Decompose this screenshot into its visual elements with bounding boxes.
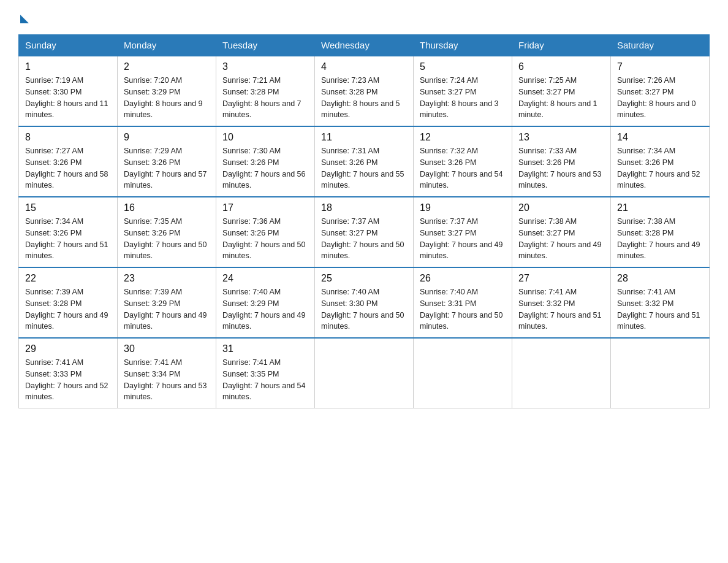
day-number: 24 (222, 273, 308, 284)
day-info: Sunrise: 7:37 AMSunset: 3:27 PMDaylight:… (420, 217, 503, 260)
day-info: Sunrise: 7:41 AMSunset: 3:35 PMDaylight:… (222, 358, 306, 401)
day-number: 21 (617, 202, 703, 213)
calendar-cell: 26 Sunrise: 7:40 AMSunset: 3:31 PMDaylig… (414, 267, 512, 338)
day-number: 27 (518, 273, 604, 284)
header-day-sunday: Sunday (19, 35, 118, 56)
calendar-cell (414, 338, 512, 408)
calendar-cell: 5 Sunrise: 7:24 AMSunset: 3:27 PMDayligh… (414, 56, 512, 126)
day-number: 11 (321, 132, 407, 143)
day-number: 15 (25, 202, 111, 213)
calendar-cell: 30 Sunrise: 7:41 AMSunset: 3:34 PMDaylig… (118, 338, 216, 408)
calendar-cell: 20 Sunrise: 7:38 AMSunset: 3:27 PMDaylig… (512, 197, 611, 267)
day-number: 5 (420, 61, 506, 72)
calendar-cell: 25 Sunrise: 7:40 AMSunset: 3:30 PMDaylig… (315, 267, 414, 338)
calendar-cell: 9 Sunrise: 7:29 AMSunset: 3:26 PMDayligh… (118, 126, 216, 197)
calendar-cell: 12 Sunrise: 7:32 AMSunset: 3:26 PMDaylig… (414, 126, 512, 197)
header-day-wednesday: Wednesday (315, 35, 414, 56)
day-info: Sunrise: 7:38 AMSunset: 3:28 PMDaylight:… (617, 217, 700, 260)
day-number: 17 (222, 202, 308, 213)
day-info: Sunrise: 7:29 AMSunset: 3:26 PMDaylight:… (124, 147, 207, 190)
day-info: Sunrise: 7:33 AMSunset: 3:26 PMDaylight:… (518, 147, 602, 190)
day-info: Sunrise: 7:40 AMSunset: 3:30 PMDaylight:… (321, 288, 404, 331)
calendar-cell: 19 Sunrise: 7:37 AMSunset: 3:27 PMDaylig… (414, 197, 512, 267)
day-number: 14 (617, 132, 703, 143)
day-info: Sunrise: 7:27 AMSunset: 3:26 PMDaylight:… (25, 147, 108, 190)
day-number: 31 (222, 343, 308, 354)
calendar-cell: 18 Sunrise: 7:37 AMSunset: 3:27 PMDaylig… (315, 197, 414, 267)
day-info: Sunrise: 7:34 AMSunset: 3:26 PMDaylight:… (617, 147, 700, 190)
calendar-cell: 24 Sunrise: 7:40 AMSunset: 3:29 PMDaylig… (216, 267, 315, 338)
calendar-cell: 8 Sunrise: 7:27 AMSunset: 3:26 PMDayligh… (19, 126, 118, 197)
day-info: Sunrise: 7:41 AMSunset: 3:32 PMDaylight:… (518, 288, 602, 331)
day-number: 12 (420, 132, 506, 143)
calendar-cell: 17 Sunrise: 7:36 AMSunset: 3:26 PMDaylig… (216, 197, 315, 267)
day-info: Sunrise: 7:19 AMSunset: 3:30 PMDaylight:… (25, 76, 108, 119)
day-info: Sunrise: 7:41 AMSunset: 3:32 PMDaylight:… (617, 288, 700, 331)
calendar-cell: 22 Sunrise: 7:39 AMSunset: 3:28 PMDaylig… (19, 267, 118, 338)
day-number: 13 (518, 132, 604, 143)
calendar-cell: 10 Sunrise: 7:30 AMSunset: 3:26 PMDaylig… (216, 126, 315, 197)
day-info: Sunrise: 7:26 AMSunset: 3:27 PMDaylight:… (617, 76, 696, 119)
day-number: 7 (617, 61, 703, 72)
day-number: 2 (124, 61, 210, 72)
day-info: Sunrise: 7:30 AMSunset: 3:26 PMDaylight:… (222, 147, 306, 190)
day-number: 22 (25, 273, 111, 284)
logo-triangle-icon (20, 15, 29, 23)
day-info: Sunrise: 7:21 AMSunset: 3:28 PMDaylight:… (222, 76, 301, 119)
calendar-cell: 3 Sunrise: 7:21 AMSunset: 3:28 PMDayligh… (216, 56, 315, 126)
calendar-cell: 31 Sunrise: 7:41 AMSunset: 3:35 PMDaylig… (216, 338, 315, 408)
header-day-thursday: Thursday (414, 35, 512, 56)
day-number: 23 (124, 273, 210, 284)
header-row: SundayMondayTuesdayWednesdayThursdayFrid… (19, 35, 710, 56)
calendar-cell: 23 Sunrise: 7:39 AMSunset: 3:29 PMDaylig… (118, 267, 216, 338)
week-row-1: 1 Sunrise: 7:19 AMSunset: 3:30 PMDayligh… (19, 56, 710, 126)
day-info: Sunrise: 7:39 AMSunset: 3:29 PMDaylight:… (124, 288, 207, 331)
calendar-cell: 14 Sunrise: 7:34 AMSunset: 3:26 PMDaylig… (611, 126, 710, 197)
day-number: 30 (124, 343, 210, 354)
day-info: Sunrise: 7:35 AMSunset: 3:26 PMDaylight:… (124, 217, 207, 260)
logo (18, 12, 30, 23)
day-info: Sunrise: 7:31 AMSunset: 3:26 PMDaylight:… (321, 147, 404, 190)
day-info: Sunrise: 7:20 AMSunset: 3:29 PMDaylight:… (124, 76, 203, 119)
day-number: 3 (222, 61, 308, 72)
day-number: 20 (518, 202, 604, 213)
week-row-2: 8 Sunrise: 7:27 AMSunset: 3:26 PMDayligh… (19, 126, 710, 197)
day-info: Sunrise: 7:23 AMSunset: 3:28 PMDaylight:… (321, 76, 400, 119)
calendar-cell (315, 338, 414, 408)
calendar-cell: 28 Sunrise: 7:41 AMSunset: 3:32 PMDaylig… (611, 267, 710, 338)
calendar-cell: 4 Sunrise: 7:23 AMSunset: 3:28 PMDayligh… (315, 56, 414, 126)
calendar-cell: 1 Sunrise: 7:19 AMSunset: 3:30 PMDayligh… (19, 56, 118, 126)
day-info: Sunrise: 7:41 AMSunset: 3:34 PMDaylight:… (124, 358, 207, 401)
day-info: Sunrise: 7:40 AMSunset: 3:29 PMDaylight:… (222, 288, 306, 331)
page-header (18, 12, 710, 23)
day-number: 10 (222, 132, 308, 143)
calendar-cell: 15 Sunrise: 7:34 AMSunset: 3:26 PMDaylig… (19, 197, 118, 267)
day-number: 25 (321, 273, 407, 284)
day-number: 19 (420, 202, 506, 213)
day-info: Sunrise: 7:32 AMSunset: 3:26 PMDaylight:… (420, 147, 503, 190)
day-info: Sunrise: 7:39 AMSunset: 3:28 PMDaylight:… (25, 288, 108, 331)
day-info: Sunrise: 7:40 AMSunset: 3:31 PMDaylight:… (420, 288, 503, 331)
calendar-cell: 11 Sunrise: 7:31 AMSunset: 3:26 PMDaylig… (315, 126, 414, 197)
header-day-saturday: Saturday (611, 35, 710, 56)
day-number: 4 (321, 61, 407, 72)
calendar-cell: 2 Sunrise: 7:20 AMSunset: 3:29 PMDayligh… (118, 56, 216, 126)
day-number: 16 (124, 202, 210, 213)
day-number: 18 (321, 202, 407, 213)
calendar-cell: 16 Sunrise: 7:35 AMSunset: 3:26 PMDaylig… (118, 197, 216, 267)
day-number: 26 (420, 273, 506, 284)
day-number: 6 (518, 61, 604, 72)
calendar-cell: 29 Sunrise: 7:41 AMSunset: 3:33 PMDaylig… (19, 338, 118, 408)
day-number: 1 (25, 61, 111, 72)
calendar-table: SundayMondayTuesdayWednesdayThursdayFrid… (18, 34, 710, 408)
calendar-cell (512, 338, 611, 408)
day-info: Sunrise: 7:37 AMSunset: 3:27 PMDaylight:… (321, 217, 404, 260)
week-row-3: 15 Sunrise: 7:34 AMSunset: 3:26 PMDaylig… (19, 197, 710, 267)
header-day-monday: Monday (118, 35, 216, 56)
day-info: Sunrise: 7:41 AMSunset: 3:33 PMDaylight:… (25, 358, 108, 401)
day-number: 28 (617, 273, 703, 284)
week-row-4: 22 Sunrise: 7:39 AMSunset: 3:28 PMDaylig… (19, 267, 710, 338)
day-info: Sunrise: 7:34 AMSunset: 3:26 PMDaylight:… (25, 217, 108, 260)
day-info: Sunrise: 7:36 AMSunset: 3:26 PMDaylight:… (222, 217, 306, 260)
calendar-cell: 6 Sunrise: 7:25 AMSunset: 3:27 PMDayligh… (512, 56, 611, 126)
